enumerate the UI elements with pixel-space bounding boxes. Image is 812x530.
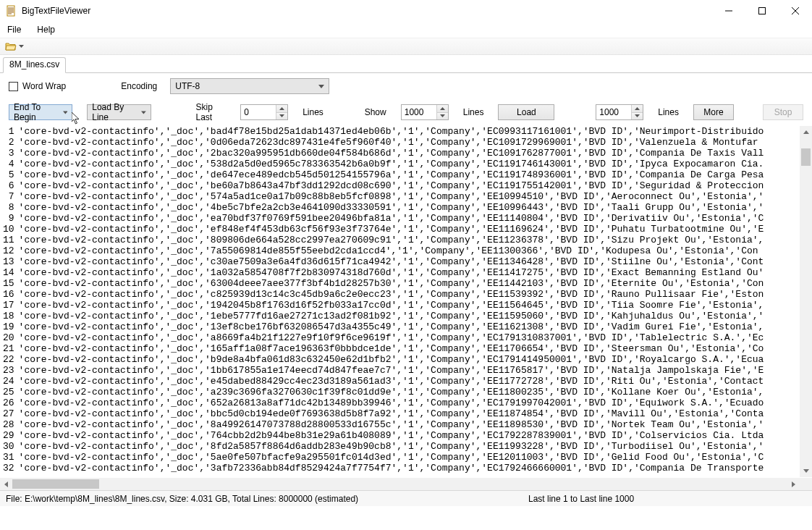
show-spinner[interactable] — [436, 105, 448, 119]
close-button[interactable] — [779, 0, 812, 21]
direction-value: End To Begin — [14, 102, 57, 122]
skip-label: Skip Last — [195, 102, 226, 122]
open-file-button[interactable] — [4, 39, 25, 54]
skip-unit: Lines — [303, 107, 323, 117]
maximize-button[interactable] — [745, 0, 779, 21]
toolbar — [0, 38, 812, 55]
options-row-1: Word Wrap Encoding UTF-8 — [0, 73, 812, 99]
more-button[interactable]: More — [693, 104, 734, 120]
text-viewer: 1234567891011121314151617181920212223242… — [0, 125, 812, 490]
menu-bar: File Help — [0, 22, 812, 38]
load-mode-select[interactable]: Load By Line — [87, 104, 151, 120]
encoding-value: UTF-8 — [175, 81, 200, 91]
show-label: Show — [365, 107, 386, 117]
status-bar: File: E:\work\temp\8M_lines\8M_lines.csv… — [0, 490, 812, 506]
stop-button[interactable]: Stop — [763, 104, 803, 120]
jump-value[interactable] — [596, 105, 631, 119]
show-unit: Lines — [463, 107, 484, 117]
status-range: Last line 1 to Last line 1000 — [523, 494, 812, 504]
show-input[interactable] — [401, 104, 449, 120]
show-value[interactable] — [402, 105, 436, 119]
load-mode-value: Load By Line — [92, 102, 135, 122]
direction-select[interactable]: End To Begin — [9, 104, 72, 120]
vertical-scrollbar[interactable] — [800, 126, 812, 477]
svg-rect-1 — [759, 7, 766, 14]
horizontal-scrollbar[interactable] — [0, 478, 800, 490]
options-row-2: End To Begin Load By Line Skip Last Line… — [0, 99, 812, 125]
tab-file[interactable]: 8M_lines.csv — [3, 57, 66, 73]
skip-spinner[interactable] — [276, 105, 287, 119]
menu-file[interactable]: File — [4, 23, 24, 36]
skip-value[interactable] — [241, 105, 276, 119]
jump-unit: Lines — [658, 107, 679, 117]
line-gutter: 1234567891011121314151617181920212223242… — [0, 126, 19, 477]
jump-spinner[interactable] — [631, 105, 643, 119]
encoding-select[interactable]: UTF-8 — [170, 78, 329, 94]
window-title: BigTextFileViewer — [22, 6, 712, 16]
tab-strip: 8M_lines.csv — [0, 55, 812, 72]
encoding-label: Encoding — [121, 81, 157, 91]
app-icon — [6, 5, 17, 17]
text-content[interactable]: 'core-bvd-v2-contactinfo','_doc','bad4f7… — [19, 126, 812, 477]
status-file-info: File: E:\work\temp\8M_lines\8M_lines.csv… — [0, 494, 364, 504]
jump-input[interactable] — [596, 104, 643, 120]
load-button[interactable]: Load — [498, 104, 554, 120]
title-bar: BigTextFileViewer — [0, 0, 812, 22]
menu-help[interactable]: Help — [34, 23, 58, 36]
wordwrap-label: Word Wrap — [22, 81, 66, 91]
skip-input[interactable] — [240, 104, 288, 120]
minimize-button[interactable] — [712, 0, 745, 21]
wordwrap-checkbox[interactable]: Word Wrap — [9, 81, 66, 91]
